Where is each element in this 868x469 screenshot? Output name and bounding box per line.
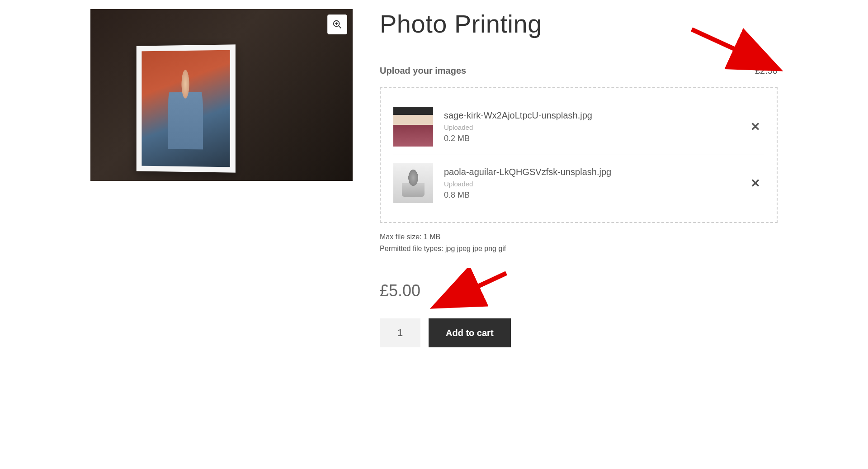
upload-constraints: Max file size: 1 MB Permitted file types… bbox=[380, 231, 778, 254]
zoom-button[interactable] bbox=[327, 14, 347, 34]
uploaded-file-row: sage-kirk-Wx2AjoLtpcU-unsplash.jpg Uploa… bbox=[393, 99, 764, 155]
file-status: Uploaded bbox=[444, 180, 736, 188]
remove-file-button[interactable]: ✕ bbox=[747, 116, 764, 137]
max-file-size-text: Max file size: 1 MB bbox=[380, 231, 778, 243]
product-image[interactable] bbox=[90, 9, 353, 181]
total-price: £5.00 bbox=[380, 281, 778, 300]
upload-header: Upload your images £2.50 bbox=[380, 66, 778, 76]
close-icon: ✕ bbox=[750, 120, 760, 133]
svg-line-1 bbox=[339, 26, 341, 28]
permitted-types-text: Permitted file types: jpg jpeg jpe png g… bbox=[380, 243, 778, 255]
file-size: 0.8 MB bbox=[444, 190, 736, 200]
photo-frame bbox=[137, 44, 236, 172]
add-to-cart-button[interactable]: Add to cart bbox=[429, 318, 511, 347]
file-thumbnail bbox=[393, 107, 433, 147]
close-icon: ✕ bbox=[750, 176, 760, 190]
file-name: sage-kirk-Wx2AjoLtpcU-unsplash.jpg bbox=[444, 110, 736, 121]
file-thumbnail bbox=[393, 163, 433, 203]
file-status: Uploaded bbox=[444, 123, 736, 131]
upload-label: Upload your images bbox=[380, 66, 466, 76]
uploaded-file-row: paola-aguilar-LkQHGSVzfsk-unsplash.jpg U… bbox=[393, 155, 764, 211]
quantity-input[interactable] bbox=[380, 318, 420, 347]
file-name: paola-aguilar-LkQHGSVzfsk-unsplash.jpg bbox=[444, 167, 736, 177]
upload-per-image-price: £2.50 bbox=[755, 66, 778, 76]
file-info: paola-aguilar-LkQHGSVzfsk-unsplash.jpg U… bbox=[444, 167, 736, 200]
magnify-plus-icon bbox=[332, 19, 342, 29]
product-title: Photo Printing bbox=[380, 9, 778, 38]
product-details-column: Photo Printing Upload your images £2.50 bbox=[380, 9, 778, 347]
add-to-cart-row: Add to cart bbox=[380, 318, 778, 347]
file-info: sage-kirk-Wx2AjoLtpcU-unsplash.jpg Uploa… bbox=[444, 110, 736, 143]
upload-dropzone[interactable]: sage-kirk-Wx2AjoLtpcU-unsplash.jpg Uploa… bbox=[380, 87, 778, 223]
remove-file-button[interactable]: ✕ bbox=[747, 173, 764, 194]
file-size: 0.2 MB bbox=[444, 134, 736, 143]
product-image-column bbox=[90, 9, 353, 347]
